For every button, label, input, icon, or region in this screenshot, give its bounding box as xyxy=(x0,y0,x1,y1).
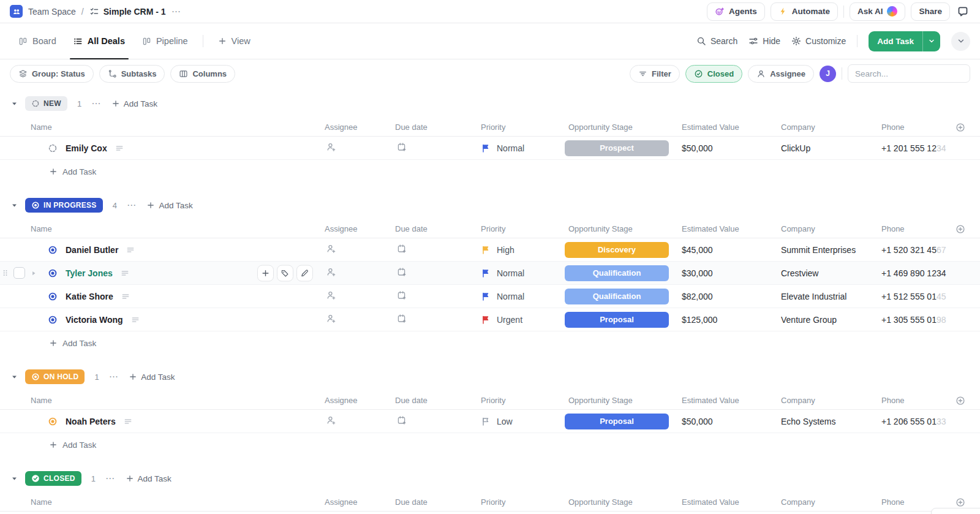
group-more-icon[interactable]: ⋯ xyxy=(127,200,137,211)
status-pill-new[interactable]: NEW xyxy=(25,96,67,111)
collapse-caret-icon[interactable] xyxy=(11,475,18,482)
phone-cell[interactable]: +1 305 555 0198 xyxy=(881,315,952,325)
phone-cell[interactable]: +1 469 890 1234 xyxy=(881,268,952,278)
add-task-button[interactable]: Add Task xyxy=(869,31,922,51)
task-status-icon[interactable] xyxy=(48,245,58,255)
column-header-phone[interactable]: Phone xyxy=(881,224,952,233)
company-cell[interactable]: Elevate Industrial xyxy=(781,292,881,301)
user-avatar[interactable]: J xyxy=(820,66,836,82)
column-header-priority[interactable]: Priority xyxy=(481,123,568,132)
task-status-icon[interactable] xyxy=(48,417,58,426)
company-cell[interactable]: Summit Enterprises xyxy=(781,245,881,255)
breadcrumb-more-icon[interactable]: ⋯ xyxy=(172,6,181,17)
description-icon[interactable] xyxy=(115,144,124,153)
column-header-name[interactable]: Name xyxy=(0,123,320,132)
estimated-value-cell[interactable]: $125,000 xyxy=(682,315,781,325)
tab-pipeline[interactable]: Pipeline xyxy=(134,23,197,59)
closed-filter-pill[interactable]: Closed xyxy=(685,65,742,83)
phone-cell[interactable]: +1 512 555 0145 xyxy=(881,292,952,301)
description-icon[interactable] xyxy=(131,316,140,324)
estimated-value-cell[interactable]: $45,000 xyxy=(682,245,781,255)
breadcrumb-space[interactable]: Team Space xyxy=(28,7,76,17)
ask-ai-button[interactable]: Ask AI xyxy=(850,2,906,21)
customize-button[interactable]: Customize xyxy=(791,36,846,46)
task-name[interactable]: Victoria Wong xyxy=(66,315,123,325)
column-header-due-date[interactable]: Due date xyxy=(395,224,481,233)
quick-add-button[interactable] xyxy=(257,265,274,281)
assignee-add-icon[interactable] xyxy=(326,415,336,425)
estimated-value-cell[interactable]: $50,000 xyxy=(682,417,781,426)
team-space-icon[interactable] xyxy=(10,5,23,18)
automate-button[interactable]: Automate xyxy=(771,2,838,21)
assignee-add-icon[interactable] xyxy=(326,267,336,277)
task-status-icon[interactable] xyxy=(48,315,58,325)
add-column-icon[interactable] xyxy=(956,497,965,507)
column-header-due-date[interactable]: Due date xyxy=(395,396,481,405)
priority-cell[interactable]: Normal xyxy=(481,268,568,278)
assignee-add-icon[interactable] xyxy=(326,244,336,254)
status-pill-on-hold[interactable]: ON HOLD xyxy=(25,369,85,384)
phone-cell[interactable]: +1 520 321 4567 xyxy=(881,245,952,255)
task-name[interactable]: Katie Shore xyxy=(66,292,113,301)
stage-badge[interactable]: Qualification xyxy=(565,265,669,281)
column-header-priority[interactable]: Priority xyxy=(481,497,568,507)
task-name[interactable]: Noah Peters xyxy=(66,417,116,426)
group-add-task-button[interactable]: Add Task xyxy=(126,474,172,483)
tab-all-deals[interactable]: All Deals xyxy=(65,23,134,59)
subtasks-pill[interactable]: Subtasks xyxy=(99,65,165,83)
filter-pill[interactable]: Filter xyxy=(630,65,680,83)
group-footer-add-task[interactable]: Add Task xyxy=(0,433,980,456)
collapse-caret-icon[interactable] xyxy=(11,374,18,380)
column-header-company[interactable]: Company xyxy=(781,224,881,233)
priority-cell[interactable]: High xyxy=(481,245,568,255)
share-button[interactable]: Share xyxy=(911,2,950,21)
estimated-value-cell[interactable]: $50,000 xyxy=(682,143,781,153)
collapse-caret-icon[interactable] xyxy=(11,100,18,107)
task-name[interactable]: Daniel Butler xyxy=(66,245,118,255)
estimated-value-cell[interactable]: $82,000 xyxy=(682,292,781,301)
column-header-opportunity-stage[interactable]: Opportunity Stage xyxy=(568,396,682,405)
column-header-assignee[interactable]: Assignee xyxy=(320,224,395,233)
task-status-icon[interactable] xyxy=(48,268,58,278)
column-header-phone[interactable]: Phone xyxy=(881,396,952,405)
description-icon[interactable] xyxy=(121,292,130,301)
assignee-add-icon[interactable] xyxy=(326,290,336,300)
due-date-add-icon[interactable] xyxy=(397,290,407,300)
add-column-icon[interactable] xyxy=(956,123,965,132)
assignee-add-icon[interactable] xyxy=(326,142,336,152)
column-header-due-date[interactable]: Due date xyxy=(395,497,481,507)
drag-handle-icon[interactable] xyxy=(0,268,8,278)
expand-caret-icon[interactable] xyxy=(31,270,37,276)
group-add-task-button[interactable]: Add Task xyxy=(111,99,157,108)
collapse-header-button[interactable] xyxy=(951,32,970,51)
due-date-add-icon[interactable] xyxy=(397,314,407,323)
add-task-dropdown[interactable] xyxy=(922,31,940,51)
priority-cell[interactable]: Urgent xyxy=(481,315,568,325)
task-name[interactable]: Tyler Jones xyxy=(66,268,113,278)
assignee-pill[interactable]: Assignee xyxy=(748,65,814,83)
add-view-button[interactable]: View xyxy=(209,23,259,59)
column-header-estimated-value[interactable]: Estimated Value xyxy=(682,123,781,132)
group-footer-add-task[interactable]: Add Task xyxy=(0,160,980,183)
comments-bubble-icon[interactable] xyxy=(956,4,970,19)
column-header-company[interactable]: Company xyxy=(781,396,881,405)
task-name[interactable]: Emily Cox xyxy=(66,143,107,153)
due-date-add-icon[interactable] xyxy=(397,267,407,277)
phone-cell[interactable]: +1 201 555 1234 xyxy=(881,143,952,153)
add-column-icon[interactable] xyxy=(956,396,965,406)
group-footer-add-task[interactable]: Add Task xyxy=(0,331,980,355)
add-column-icon[interactable] xyxy=(956,224,965,234)
breadcrumb-view[interactable]: Simple CRM - 1 xyxy=(89,7,166,17)
description-icon[interactable] xyxy=(126,246,135,254)
column-header-company[interactable]: Company xyxy=(781,123,881,132)
column-header-priority[interactable]: Priority xyxy=(481,224,568,233)
status-pill-in-progress[interactable]: IN PROGRESS xyxy=(25,198,103,213)
stage-badge[interactable]: Proposal xyxy=(565,414,669,429)
column-header-priority[interactable]: Priority xyxy=(481,396,568,405)
group-add-task-button[interactable]: Add Task xyxy=(129,372,175,382)
search-button[interactable]: Search xyxy=(696,36,737,46)
assignee-add-icon[interactable] xyxy=(326,314,336,323)
company-cell[interactable]: Crestview xyxy=(781,268,881,278)
column-header-assignee[interactable]: Assignee xyxy=(320,497,395,507)
agents-button[interactable]: Agents xyxy=(707,2,765,21)
